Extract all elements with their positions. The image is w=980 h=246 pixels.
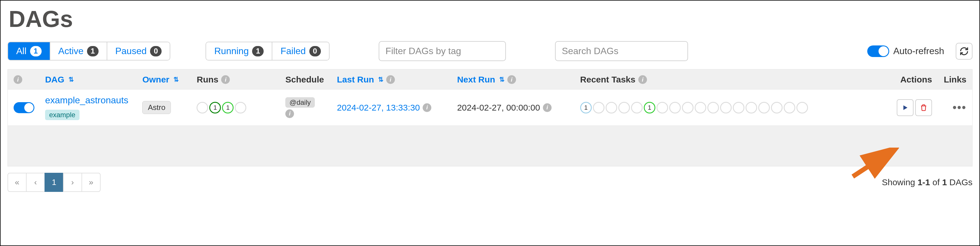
column-actions: Actions [883, 75, 932, 85]
info-icon[interactable]: i [638, 75, 647, 84]
pagination: « ‹ 1 › » [8, 173, 100, 192]
filter-running-button[interactable]: Running 1 [206, 42, 272, 60]
filter-failed-label: Failed [280, 46, 305, 56]
page-title: DAGs [8, 6, 972, 32]
delete-dag-button[interactable] [915, 99, 932, 116]
page-last-button[interactable]: » [81, 173, 100, 192]
run-status-circle[interactable] [235, 102, 246, 113]
filter-running-label: Running [214, 46, 248, 56]
auto-refresh-control: Auto-refresh [867, 45, 944, 57]
auto-refresh-toggle[interactable] [867, 45, 889, 57]
column-owner[interactable]: Owner ⇅ [142, 75, 197, 85]
task-status-circle[interactable] [669, 102, 681, 113]
task-status-circle[interactable] [796, 102, 808, 113]
task-status-circle[interactable] [606, 102, 617, 113]
trash-icon [920, 104, 927, 112]
dags-table: i DAG ⇅ Owner ⇅ Runs i Schedule Last Run… [8, 69, 972, 166]
next-run-value: 2024-02-27, 00:00:00 [457, 103, 540, 113]
task-status-circle[interactable] [707, 102, 719, 113]
task-status-circle[interactable]: 1 [644, 102, 655, 113]
toolbar: All 1 Active 1 Paused 0 Running 1 Failed… [8, 41, 972, 61]
table-row: example_astronauts example Astro 1 1 @ [8, 90, 972, 126]
dag-enable-toggle[interactable] [14, 102, 34, 113]
page-number-button[interactable]: 1 [45, 173, 64, 192]
more-links-button[interactable]: ••• [953, 101, 966, 114]
filter-all-count: 1 [30, 46, 41, 56]
filter-paused-count: 0 [150, 46, 162, 56]
task-status-circle[interactable] [784, 102, 795, 113]
page-first-button[interactable]: « [8, 173, 27, 192]
column-last-run[interactable]: Last Run ⇅ i [337, 75, 457, 85]
column-runs: Runs i [197, 75, 285, 85]
info-icon[interactable]: i [221, 75, 230, 84]
showing-text: Showing 1-1 of 1 DAGs [882, 177, 972, 187]
task-status-circle[interactable] [657, 102, 668, 113]
trigger-dag-button[interactable] [897, 99, 913, 116]
status-filter-group: All 1 Active 1 Paused 0 [8, 42, 170, 61]
filter-running-count: 1 [252, 46, 264, 56]
column-dag[interactable]: DAG ⇅ [45, 75, 143, 85]
filter-active-button[interactable]: Active 1 [50, 42, 107, 60]
filter-tags-input[interactable] [379, 41, 506, 61]
info-icon[interactable]: i [285, 109, 294, 118]
task-status-circle[interactable] [771, 102, 783, 113]
filter-failed-count: 0 [309, 46, 321, 56]
task-status-circle[interactable] [733, 102, 745, 113]
column-schedule: Schedule [285, 75, 337, 85]
task-status-circle[interactable] [720, 102, 732, 113]
dag-tag[interactable]: example [45, 110, 80, 120]
column-next-run[interactable]: Next Run ⇅ i [457, 75, 580, 85]
refresh-button[interactable] [956, 43, 972, 60]
info-icon[interactable]: i [14, 75, 22, 84]
last-run-value[interactable]: 2024-02-27, 13:33:30 [337, 103, 420, 113]
filter-failed-button[interactable]: Failed 0 [272, 42, 329, 60]
filter-paused-label: Paused [115, 46, 147, 56]
task-status-circle[interactable] [746, 102, 757, 113]
task-status-circle[interactable] [758, 102, 770, 113]
sort-icon: ⇅ [499, 77, 504, 82]
filter-all-button[interactable]: All 1 [8, 42, 50, 60]
filter-all-label: All [16, 46, 27, 56]
task-status-circle[interactable] [682, 102, 694, 113]
table-header: i DAG ⇅ Owner ⇅ Runs i Schedule Last Run… [8, 69, 972, 90]
sort-icon: ⇅ [173, 77, 179, 82]
column-recent-tasks: Recent Tasks i [580, 75, 883, 85]
info-icon[interactable]: i [508, 75, 516, 84]
run-status-circle[interactable]: 1 [222, 102, 234, 113]
run-status-circle[interactable] [197, 102, 208, 113]
page-prev-button[interactable]: ‹ [26, 173, 45, 192]
recent-tasks-circles: 1 1 [580, 102, 808, 113]
run-status-circle[interactable]: 1 [209, 102, 221, 113]
auto-refresh-label: Auto-refresh [893, 46, 944, 56]
dag-name-link[interactable]: example_astronauts [45, 95, 128, 105]
page-next-button[interactable]: › [63, 173, 82, 192]
owner-pill[interactable]: Astro [142, 101, 171, 114]
play-icon [902, 104, 908, 111]
task-status-circle[interactable] [695, 102, 706, 113]
task-status-circle[interactable] [618, 102, 630, 113]
table-footer: « ‹ 1 › » Showing 1-1 of 1 DAGs [8, 166, 972, 192]
filter-active-count: 1 [87, 46, 99, 56]
refresh-icon [959, 46, 969, 56]
schedule-pill[interactable]: @daily [285, 97, 315, 108]
column-links: Links [932, 75, 966, 85]
task-status-circle[interactable] [593, 102, 605, 113]
search-dags-input[interactable] [555, 41, 688, 61]
sort-icon: ⇅ [378, 77, 383, 82]
info-icon[interactable]: i [543, 103, 552, 112]
runs-circles: 1 1 [197, 102, 246, 113]
filter-active-label: Active [58, 46, 84, 56]
filter-paused-button[interactable]: Paused 0 [107, 42, 170, 60]
info-icon[interactable]: i [386, 75, 395, 84]
task-status-circle[interactable] [631, 102, 643, 113]
info-icon[interactable]: i [423, 103, 431, 112]
run-filter-group: Running 1 Failed 0 [205, 42, 329, 61]
task-status-circle[interactable]: 1 [580, 102, 592, 113]
sort-icon: ⇅ [68, 77, 74, 82]
